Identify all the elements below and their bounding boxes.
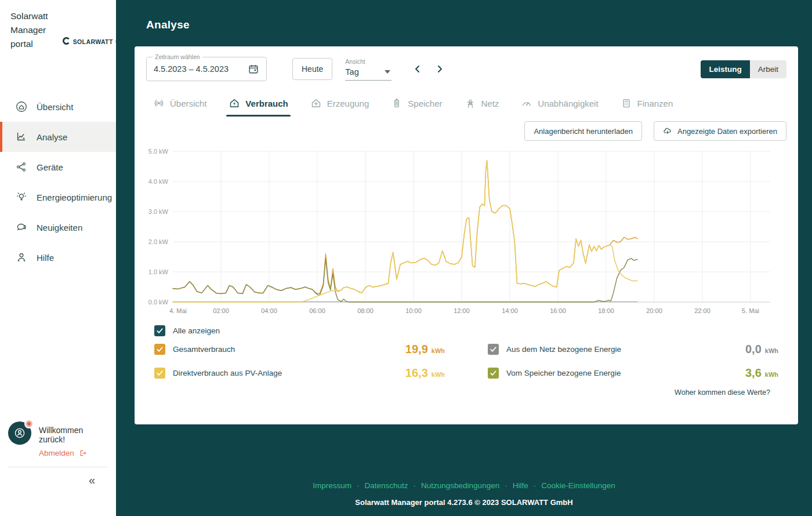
- svg-text:08:00: 08:00: [357, 307, 374, 314]
- series-0: [173, 161, 637, 294]
- legend-checkbox[interactable]: [154, 368, 165, 379]
- legend-show-all: Alle anzeigen: [154, 325, 778, 336]
- legend-grid: Gesamtverbrauch19,9kWhAus dem Netz bezog…: [154, 337, 778, 385]
- view-select[interactable]: Ansicht Tag: [345, 58, 392, 81]
- house-plus-icon: [310, 97, 322, 109]
- user-row: Willkommen zurück! Abmelden: [8, 418, 108, 467]
- analysis-card: Zeitraum wählen 4.5.2023 – 4.5.2023 Heut…: [135, 46, 798, 424]
- legend-item: Aus dem Netz bezogene Energie0,0kWh: [488, 337, 778, 361]
- devices-icon: [15, 161, 28, 173]
- svg-text:4.0 kW: 4.0 kW: [148, 178, 169, 185]
- period-pager: [412, 64, 445, 74]
- tab-verbrauch[interactable]: Verbrauch: [229, 97, 288, 117]
- download-report-button[interactable]: Anlagenbericht herunterladen: [524, 121, 642, 141]
- sidebar-item-label: Übersicht: [37, 102, 73, 112]
- user-circle-icon: [12, 426, 27, 441]
- footer-separator: ·: [534, 481, 536, 490]
- footer-link-datenschutz[interactable]: Datenschutz: [365, 481, 408, 490]
- tab-label: Erzeugung: [327, 99, 369, 108]
- toggle-arbeit-button[interactable]: Arbeit: [750, 60, 786, 78]
- sidebar-item-geraete[interactable]: Geräte: [0, 152, 116, 182]
- today-button[interactable]: Heute: [292, 58, 332, 80]
- date-range-field[interactable]: Zeitraum wählen 4.5.2023 – 4.5.2023: [146, 57, 267, 81]
- tab-erzeugung[interactable]: Erzeugung: [310, 97, 369, 117]
- toolbar: Zeitraum wählen 4.5.2023 – 4.5.2023 Heut…: [146, 57, 786, 81]
- legend-checkbox[interactable]: [488, 368, 499, 379]
- sidebar-collapse-button[interactable]: «: [89, 474, 95, 486]
- legend-value-number: 19,9: [405, 343, 428, 356]
- sidebar-item-label: Neuigkeiten: [37, 223, 82, 232]
- tab-finanzen[interactable]: Finanzen: [621, 97, 673, 117]
- footer-separator: ·: [414, 481, 416, 490]
- export-data-button[interactable]: Angezeigte Daten exportieren: [654, 121, 786, 141]
- tab-label: Finanzen: [637, 99, 673, 108]
- chevron-right-icon[interactable]: [434, 64, 445, 74]
- legend-value: 16,3kWh: [405, 366, 445, 380]
- avatar[interactable]: [8, 421, 31, 445]
- footer-separator: ·: [357, 481, 360, 490]
- svg-text:22:00: 22:00: [694, 307, 710, 314]
- legend-checkbox[interactable]: [154, 344, 165, 355]
- legend-value: 19,9kWh: [405, 343, 445, 356]
- sidebar-item-analyse[interactable]: Analyse: [0, 122, 116, 152]
- tab-speicher[interactable]: Speicher: [391, 97, 442, 117]
- analysis-chart[interactable]: 0.0 kW1.0 kW2.0 kW3.0 kW4.0 kW5.0 kW4. M…: [146, 146, 786, 318]
- svg-text:0.0 kW: 0.0 kW: [148, 299, 169, 306]
- tab-label: Verbrauch: [245, 99, 288, 108]
- footer-link-cookie-einstellungen[interactable]: Cookie-Einstellungen: [541, 481, 615, 490]
- legend-item: Gesamtverbrauch19,9kWh: [154, 337, 445, 361]
- legend-checkbox[interactable]: [488, 344, 499, 355]
- sidebar-item-uebersicht[interactable]: Übersicht: [0, 92, 116, 122]
- svg-text:14:00: 14:00: [502, 307, 518, 314]
- legend-value: 3,6kWh: [745, 366, 778, 380]
- legend-value-unit: kWh: [432, 347, 445, 354]
- tab-netz[interactable]: Netz: [465, 97, 499, 117]
- bulb-icon: [15, 191, 28, 204]
- solarwatt-ring-icon: [62, 37, 71, 48]
- legend-label: Direktverbrauch aus PV-Anlage: [173, 369, 282, 377]
- page-footer: Impressum·Datenschutz·Nutzungsbedingunge…: [116, 481, 812, 516]
- home-icon: [15, 100, 28, 113]
- sidebar-item-energieoptimierung[interactable]: Energieoptimierung: [0, 182, 116, 212]
- svg-text:12:00: 12:00: [454, 307, 470, 314]
- svg-text:06:00: 06:00: [309, 307, 325, 314]
- svg-text:5. Mai: 5. Mai: [742, 307, 759, 314]
- svg-text:1.0 kW: 1.0 kW: [148, 268, 169, 275]
- date-range-value: 4.5.2023 – 4.5.2023: [154, 64, 248, 74]
- svg-text:16:00: 16:00: [550, 307, 566, 314]
- values-source-link[interactable]: Woher kommen diese Werte?: [154, 385, 778, 397]
- svg-text:2.0 kW: 2.0 kW: [148, 238, 169, 245]
- show-all-checkbox[interactable]: [154, 325, 165, 336]
- calendar-icon[interactable]: [248, 63, 259, 75]
- logout-button[interactable]: Abmelden: [39, 449, 108, 457]
- app-title: Solarwatt Manager portal: [10, 9, 48, 56]
- analytics-icon: [15, 130, 28, 143]
- sidebar-item-label: Analyse: [37, 132, 67, 142]
- show-all-label: Alle anzeigen: [173, 326, 220, 335]
- analysis-tabs: ÜbersichtVerbrauchErzeugungSpeicherNetzU…: [146, 97, 786, 117]
- caret-down-icon: [385, 70, 390, 74]
- chevron-left-icon[interactable]: [412, 64, 423, 74]
- brand-reg: ®: [115, 40, 118, 43]
- tab-uebersicht[interactable]: Übersicht: [153, 97, 206, 117]
- sidebar-item-hilfe[interactable]: Hilfe: [0, 242, 116, 272]
- legend-item: Vom Speicher bezogene Energie3,6kWh: [488, 361, 778, 385]
- footer-link-impressum[interactable]: Impressum: [313, 481, 351, 490]
- sidebar-item-neuigkeiten[interactable]: Neuigkeiten: [0, 212, 116, 242]
- toggle-leistung-button[interactable]: Leistung: [701, 60, 749, 78]
- footer-link-nutzungsbedingungen[interactable]: Nutzungsbedingungen: [421, 481, 499, 490]
- footer-link-hilfe[interactable]: Hilfe: [513, 481, 528, 490]
- logout-label: Abmelden: [39, 449, 74, 457]
- calculator-icon: [621, 97, 632, 109]
- svg-text:4. Mai: 4. Mai: [169, 307, 187, 314]
- series-2: [173, 259, 637, 302]
- svg-text:10:00: 10:00: [405, 307, 422, 314]
- tab-unabhaengigkeit[interactable]: Unabhängigkeit: [521, 97, 598, 117]
- footer-version: Solarwatt Manager portal 4.273.6 © 2023 …: [116, 498, 812, 507]
- app-title-line: Solarwatt: [10, 9, 48, 23]
- svg-text:02:00: 02:00: [213, 307, 229, 314]
- page-title: Analyse: [146, 19, 812, 31]
- main-header: Analyse: [116, 0, 812, 46]
- view-select-value: Tag: [345, 67, 358, 77]
- battery-icon: [391, 97, 403, 109]
